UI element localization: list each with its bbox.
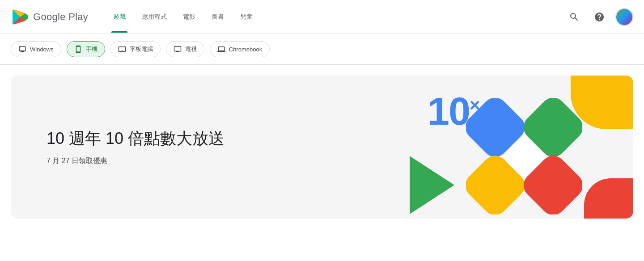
nav-item-games[interactable]: 遊戲 — [106, 9, 133, 25]
banner-title: 10 週年 10 倍點數大放送 — [47, 128, 225, 149]
help-icon — [594, 12, 605, 22]
phone-icon — [74, 45, 82, 53]
svg-marker-6 — [410, 156, 454, 214]
tab-tv[interactable]: 電視 — [166, 41, 204, 57]
nav-item-books[interactable]: 圖書 — [204, 9, 231, 25]
anniversary-banner[interactable]: 10 週年 10 倍點數大放送 7 月 27 日領取優惠 10× — [11, 76, 633, 219]
account-avatar[interactable] — [615, 8, 633, 26]
search-icon — [569, 12, 580, 22]
tv-icon — [174, 45, 182, 53]
tab-windows[interactable]: Windows — [11, 41, 61, 57]
logo-text: Google Play — [33, 11, 88, 23]
search-button[interactable] — [565, 8, 583, 26]
main-nav: 遊戲 應用程式 電影 圖書 兒童 — [106, 9, 565, 25]
device-sub-nav: Windows 手機 平板電腦 電視 Chromebook — [0, 34, 644, 65]
tab-tablet[interactable]: 平板電腦 — [110, 41, 161, 57]
tab-phone[interactable]: 手機 — [67, 41, 105, 57]
nav-item-kids[interactable]: 兒童 — [233, 9, 260, 25]
google-play-logo-icon — [11, 8, 29, 26]
chromebook-icon — [217, 45, 225, 53]
corner-red-shape — [584, 178, 633, 219]
banner-subtitle: 7 月 27 日領取優惠 — [47, 156, 225, 166]
header: Google Play 遊戲 應用程式 電影 圖書 兒童 — [0, 0, 644, 34]
tab-tablet-label: 平板電腦 — [130, 45, 153, 53]
header-actions — [565, 8, 633, 26]
avatar-image — [616, 9, 632, 25]
tab-chromebook[interactable]: Chromebook — [210, 41, 270, 57]
monitor-icon — [18, 45, 26, 53]
tab-tv-label: 電視 — [185, 45, 197, 53]
banner-graphic: 10× — [401, 76, 633, 219]
banner-text-area: 10 週年 10 倍點數大放送 7 月 27 日領取優惠 — [11, 101, 260, 193]
tablet-icon — [118, 45, 126, 53]
google-play-diamond-icon — [466, 98, 582, 215]
main-content: 10 週年 10 倍點數大放送 7 月 27 日領取優惠 10× — [0, 65, 644, 229]
nav-item-movies[interactable]: 電影 — [176, 9, 203, 25]
green-triangle-shape — [410, 156, 454, 214]
tab-windows-label: Windows — [30, 46, 54, 53]
tab-chromebook-label: Chromebook — [229, 46, 262, 53]
nav-item-apps[interactable]: 應用程式 — [135, 9, 174, 25]
logo-link[interactable]: Google Play — [11, 8, 88, 26]
help-button[interactable] — [590, 8, 608, 26]
tab-phone-label: 手機 — [86, 45, 97, 53]
ten-x-number: 10 — [428, 89, 470, 133]
